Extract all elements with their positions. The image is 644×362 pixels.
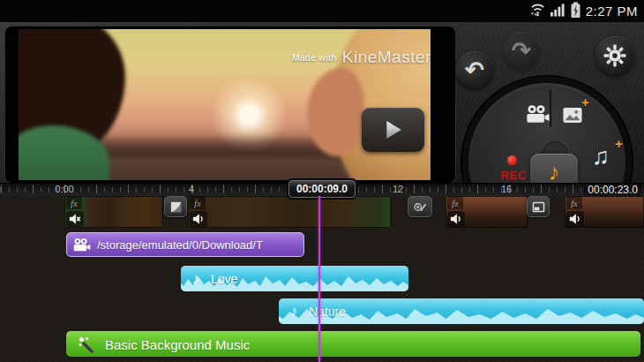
clip-label: Love [211,272,237,286]
control-panel: ↶ ↷ [455,22,644,183]
undo-icon: ↶ [465,58,484,81]
rec-label: REC [498,169,529,182]
gear-icon [603,44,626,67]
clip-label: Nature [309,305,346,319]
clip-label: /storage/emulated/0/Download/T [97,238,263,252]
layer-clip-love[interactable]: ♪ Love [181,266,408,291]
video-preview[interactable]: Made with KineMaster [5,26,455,183]
add-music-button[interactable]: ♫ [592,143,610,170]
current-time-badge[interactable]: 00:00:09.0 [288,180,356,198]
video-clip-2[interactable]: fx [188,196,391,228]
clip-label: Basic Background Music [105,337,250,352]
add-video-button[interactable] [525,104,551,128]
woman-face [307,68,364,155]
project-end-time: 00:00:23.0 [584,183,641,197]
image-plus-icon: + [581,94,589,109]
audio-tab-selected[interactable]: ♪ [530,154,578,183]
play-button[interactable] [362,108,424,152]
fx-badge: fx [190,196,206,209]
record-button[interactable]: REC [495,154,532,183]
transition-button-3[interactable] [527,196,550,217]
signal-strength-icon [550,3,565,20]
transition-button-1[interactable] [164,196,187,217]
ruler-label-12: 12 [391,184,405,194]
play-icon [384,118,403,141]
transition-button-2[interactable] [408,196,432,217]
wifi-icon [529,2,546,21]
video-clip-3[interactable]: fx [446,196,528,228]
watermark-brand: KineMaster [342,48,431,67]
ruler-label-16: 16 [499,184,513,194]
magic-wand-icon [66,336,105,353]
no-effect-pen-icon [413,200,428,214]
music-plus-icon: + [615,136,623,151]
audio-on-icon [566,211,584,227]
clock-text: 2:27 PM [586,4,638,19]
redo-button[interactable]: ↷ [503,32,540,69]
add-image-button[interactable] [562,107,583,127]
video-camera-icon [525,104,551,124]
layer-clip-video-path[interactable]: /storage/emulated/0/Download/T [66,232,304,257]
ruler-label-4: 4 [186,184,197,194]
settings-button[interactable] [595,36,634,75]
picture-in-picture-icon [532,201,545,213]
rec-dot-icon [507,155,517,165]
fx-badge: fx [447,196,463,209]
video-clip-1[interactable]: fx [64,196,163,228]
fx-badge: fx [66,196,82,209]
page-turn-icon [169,200,183,214]
music-note-icon: ♪ [549,159,560,183]
music-note-icon: ♪ [279,303,309,321]
layer-clip-nature[interactable]: ♪ Nature [279,298,644,324]
image-icon [562,107,583,124]
audio-on-icon [447,211,465,227]
watermark-prefix: Made with [292,52,337,63]
playhead-line [318,196,320,362]
undo-button[interactable]: ↶ [456,51,493,88]
watermark: Made with KineMaster [292,48,431,67]
audio-muted-icon [66,211,84,227]
audio-on-icon [190,211,207,227]
timeline-tracks: fx fx [0,196,644,362]
editor-stage: Made with KineMaster ↶ ↷ [0,22,644,183]
music-note-icon: ♪ [181,270,211,288]
video-clip-4[interactable]: fx [565,196,644,228]
kinemaster-app: 2:27 PM Made with KineMaster [0,0,644,362]
ruler-label-0: 0:00 [49,184,79,194]
fx-badge: fx [566,196,582,209]
battery-charging-icon [570,1,581,22]
music-notes-icon: ♫ [592,143,610,170]
redo-icon: ↷ [512,39,531,62]
video-camera-icon [67,238,97,253]
layer-clip-background-music[interactable]: Basic Background Music [66,331,640,357]
media-wheel: + REC ♪ ♫ + [462,77,632,183]
status-bar: 2:27 PM [0,0,644,22]
